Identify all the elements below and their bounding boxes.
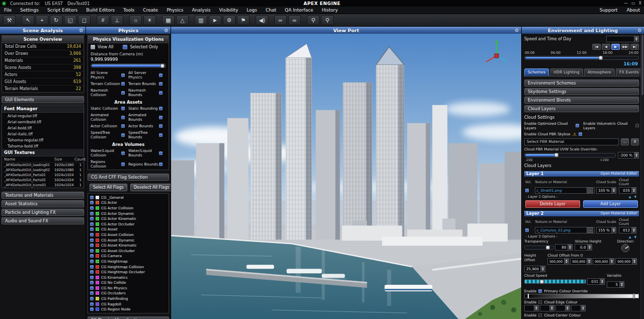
height-offset-spinner[interactable]: 25,900 [524,266,545,272]
layer1-options-row[interactable]: - Layer 1 Options - ▲ ▼ [524,194,639,199]
menu-item[interactable]: QA Interface [285,8,313,13]
scrollbar-thumb[interactable] [641,35,643,95]
pointer-fx-icon[interactable]: ► [209,15,221,25]
center-colour-enable-checkbox[interactable] [538,313,542,317]
enable-volumetric-checkbox[interactable] [635,124,639,127]
texture-row[interactable]: _APXDefaultGUI_Parts02 1024x1024 1 [2,178,84,183]
cg-flag-row[interactable]: CG _General [90,195,167,200]
toggle-checkbox[interactable] [121,91,125,95]
menu-item[interactable]: Script Editors [47,8,77,13]
cg-flag-row[interactable]: CG Occluders [90,291,167,296]
play-button[interactable]: ▶ [611,44,620,50]
collapsed-section[interactable]: Cloud Layers [524,105,639,112]
layer2-options-row[interactable]: - Layer 2 Options - ▲ ▼ [524,233,639,239]
texture-row[interactable]: _APXDefaultGUI_Parts01 1024x1024 1 [2,173,84,178]
panel-settings-icon[interactable]: ⚙ [515,28,519,33]
collapsed-section[interactable]: FX Physics Visualization [88,316,169,319]
collapse-expand-icons[interactable]: ▲ ▼ [629,235,637,238]
viewport-3d-scene[interactable] [171,34,521,319]
tab[interactable]: HDR Lighting [550,68,583,76]
prism-icon[interactable]: △ [176,15,189,25]
menu-item[interactable]: History [321,8,338,13]
flag-checkbox[interactable] [90,276,94,279]
gui-textures-header[interactable]: GUI Textures [2,149,84,156]
cg-flag-row[interactable]: CG No Collide [90,280,167,286]
step-back-button[interactable]: ◀ [602,44,610,50]
panel-settings-icon[interactable]: ⚙ [79,28,84,33]
fast-forward-button[interactable]: ▶▶ [621,44,629,50]
layer1-texture-file[interactable]: c_Strat01.png [536,188,586,193]
deselect-all-flags-button[interactable]: Deselect All Flags [130,184,171,191]
toggle-checkbox[interactable] [159,151,163,155]
rotate-tool-icon[interactable]: ↻ [50,15,62,25]
maximize-button[interactable]: ▭ [631,0,635,7]
flag-checkbox[interactable] [90,265,94,269]
collapsed-section[interactable]: Environment Schemes [524,79,639,87]
font-item[interactable]: Arial-regular.tff [2,113,84,119]
cloud-offset-spinner[interactable]: 900,900 [615,258,637,265]
menu-item[interactable]: Visibility [219,8,238,13]
toggle-checkbox[interactable] [159,82,163,86]
toggle-checkbox[interactable] [121,116,125,119]
flag-checkbox[interactable] [90,244,94,247]
menu-item[interactable]: Tools [123,8,134,13]
menu-item-right[interactable]: Support [600,8,618,13]
flag-checkbox[interactable] [90,286,94,290]
toggle-checkbox[interactable] [121,107,125,110]
collapsed-section[interactable]: Particle and Lighting FX [2,209,84,216]
volume-height-spinner[interactable]: 0.0 [575,244,592,251]
flag-icon[interactable]: ⚑ [237,15,250,25]
primary-colour-gradient[interactable] [524,294,639,298]
selected-only-checkbox[interactable] [123,45,127,49]
close-button[interactable]: X [639,0,641,7]
run-icon[interactable]: ⚲ [321,15,334,25]
cg-flag-row[interactable]: CG Camera [90,254,167,259]
toggle-checkbox[interactable] [121,151,125,155]
flag-checkbox[interactable] [90,254,94,258]
scrollbar[interactable] [640,34,644,319]
flag-checkbox[interactable] [90,206,94,210]
tab[interactable]: Atmosphere [584,68,615,76]
walk-icon[interactable]: ⚲ [307,15,319,25]
menu-item[interactable]: Logs [247,8,257,13]
scale-tool-icon[interactable]: ◱ [64,15,76,25]
collapsed-section[interactable]: Skydome Settings [524,88,639,95]
cg-flag-row[interactable]: CG Heightmap Occluder [90,269,167,275]
cloud-speed-slider[interactable] [524,279,586,284]
speed-spinner[interactable] [606,36,639,42]
texture-row[interactable]: _APXDefaultGUI_loading02 1920x1080 1 [2,168,84,173]
cube-icon[interactable]: ▦ [162,15,175,25]
collapsed-section[interactable]: Textures and Materials [2,192,84,199]
transparency-slider[interactable] [524,246,554,250]
font-item[interactable]: Tahoma-bold.tff [2,143,84,149]
toggle-checkbox[interactable] [121,124,125,128]
transparency-spinner[interactable]: 80 [555,244,573,251]
distance-slider[interactable] [91,63,166,68]
toggle-checkbox[interactable] [159,73,163,77]
skip-start-button[interactable]: |◀ [592,44,601,50]
layer2-browse-button[interactable]: ... [587,227,593,233]
flag-checkbox[interactable] [90,201,94,204]
panel-settings-icon[interactable]: ⚙ [164,28,169,33]
crop-tool-icon[interactable]: ◻ [78,15,91,25]
cg-flag-row[interactable]: CG Actor Kinematic [90,216,167,221]
edge-colour-enable-checkbox[interactable] [538,300,542,304]
select-tool-icon[interactable]: ↖ [22,15,34,25]
layer2-header[interactable]: Layer 2 Open Material Editor [524,211,639,216]
edge-colour-spinner[interactable] [555,305,570,311]
tab[interactable]: FX Events [616,68,642,76]
toggle-checkbox[interactable] [159,133,163,137]
menu-item-right[interactable]: About [626,8,640,13]
open-material-editor-link[interactable]: Open Material Editor [601,172,637,176]
cg-flag-row[interactable]: CG Actor Collision [90,205,167,211]
cloud-offset-spinner[interactable]: 900,900 [547,258,569,265]
add-layer-button[interactable]: Add Layer [583,200,638,208]
direction-dial[interactable] [621,244,629,252]
menu-item[interactable]: Build Editors [86,8,115,13]
toggle-checkbox[interactable] [121,73,125,77]
layer2-volume-checkbox[interactable] [525,228,529,232]
cg-flag-row[interactable]: CG No Physics [90,285,167,291]
cg-flag-row[interactable]: CG Asset Dynamic [90,237,167,243]
flag-checkbox[interactable] [90,302,94,306]
cg-flag-row[interactable]: CG Heightmap [90,259,167,264]
